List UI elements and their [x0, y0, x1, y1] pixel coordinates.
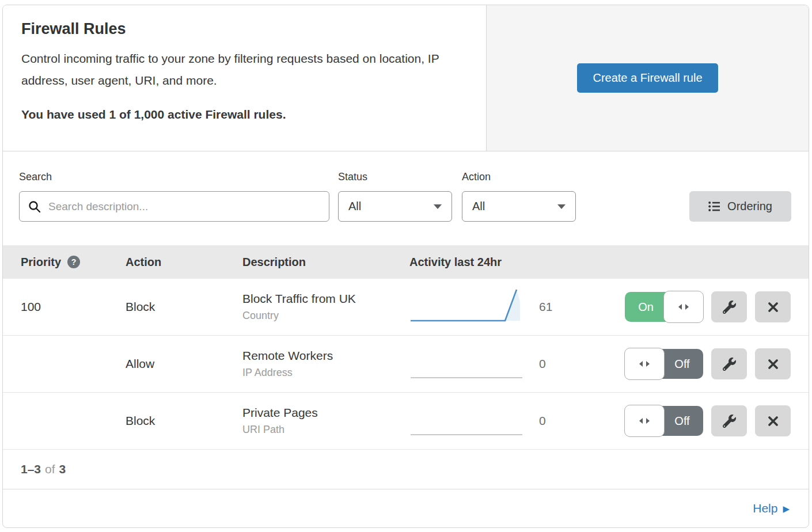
- search-icon: [28, 200, 41, 213]
- left-right-arrows-icon: [677, 302, 690, 312]
- left-right-arrows-icon: [638, 416, 651, 426]
- toggle-on-label: On: [625, 292, 667, 322]
- activity-sparkline: [409, 345, 533, 383]
- delete-rule-button[interactable]: [755, 348, 791, 379]
- list-icon: [708, 201, 720, 212]
- activity-count: 0: [533, 357, 624, 371]
- search-box: [19, 191, 329, 222]
- rule-match-type: IP Address: [242, 367, 409, 379]
- rule-action: Allow: [126, 357, 242, 371]
- right-triangle-icon: ▶: [783, 504, 790, 513]
- ordering-button-label: Ordering: [727, 200, 772, 213]
- pagination-bar: 1–3 of 3: [3, 450, 809, 489]
- activity-sparkline: [409, 402, 533, 440]
- help-link-label: Help: [753, 501, 777, 515]
- header-text-panel: Firewall Rules Control incoming traffic …: [3, 5, 487, 151]
- table-row: 100 Block Block Traffic from UK Country …: [3, 279, 809, 336]
- table-row: Allow Remote Workers IP Address 0 Off: [3, 336, 809, 393]
- toggle-off-label: Off: [661, 349, 703, 379]
- rule-enabled-toggle[interactable]: Off: [625, 406, 703, 436]
- toggle-knob: [663, 291, 704, 323]
- search-input[interactable]: [47, 200, 320, 214]
- activity-sparkline: [409, 288, 533, 326]
- column-action: Action: [126, 256, 242, 269]
- chevron-down-icon: [434, 204, 442, 209]
- close-icon: [768, 302, 779, 313]
- search-label: Search: [19, 171, 329, 183]
- close-icon: [768, 359, 779, 370]
- activity-count: 0: [533, 414, 624, 428]
- rule-description-cell: Block Traffic from UK Country: [242, 292, 409, 322]
- page-title: Firewall Rules: [21, 20, 468, 38]
- rule-controls: Off: [624, 348, 791, 379]
- pagination-of: of: [45, 462, 55, 476]
- search-group: Search: [19, 171, 329, 222]
- edit-rule-button[interactable]: [711, 405, 747, 436]
- chevron-down-icon: [557, 204, 566, 209]
- wrench-icon: [723, 301, 736, 314]
- toggle-knob: [624, 348, 665, 380]
- usage-summary: You have used 1 of 1,000 active Firewall…: [21, 108, 468, 121]
- rule-controls: Off: [624, 405, 791, 436]
- toggle-knob: [624, 405, 665, 437]
- action-group: Action All: [462, 171, 576, 222]
- rule-priority: 100: [21, 300, 126, 314]
- column-activity: Activity last 24hr: [409, 256, 791, 269]
- help-bar: Help ▶: [3, 489, 809, 527]
- delete-rule-button[interactable]: [755, 405, 791, 436]
- rule-description: Remote Workers: [242, 349, 409, 363]
- column-priority: Priority ?: [21, 256, 126, 269]
- rule-enabled-toggle[interactable]: Off: [625, 349, 703, 379]
- rule-enabled-toggle[interactable]: On: [625, 292, 703, 322]
- toggle-off-label: Off: [661, 406, 703, 436]
- rule-match-type: Country: [242, 310, 409, 322]
- rule-description: Block Traffic from UK: [242, 292, 409, 306]
- page-description: Control incoming traffic to your zone by…: [21, 48, 468, 92]
- priority-help-icon[interactable]: ?: [67, 256, 80, 268]
- rule-action: Block: [126, 414, 242, 428]
- priority-column-label: Priority: [21, 256, 61, 269]
- table-row: Block Private Pages URI Path 0 Off: [3, 393, 809, 450]
- rule-description-cell: Private Pages URI Path: [242, 406, 409, 436]
- header-action-panel: Create a Firewall rule: [487, 5, 809, 151]
- edit-rule-button[interactable]: [711, 291, 747, 322]
- column-description: Description: [242, 256, 409, 269]
- firewall-rules-card: Firewall Rules Control incoming traffic …: [2, 5, 809, 528]
- pagination-total: 3: [59, 462, 66, 476]
- help-link[interactable]: Help ▶: [753, 501, 790, 515]
- edit-rule-button[interactable]: [711, 348, 747, 379]
- status-select-value: All: [348, 200, 361, 213]
- rule-description: Private Pages: [242, 406, 409, 420]
- rule-controls: On: [624, 291, 791, 322]
- close-icon: [768, 416, 779, 427]
- wrench-icon: [723, 415, 736, 428]
- filter-bar: Search Status All Action All: [3, 151, 809, 245]
- create-firewall-rule-button[interactable]: Create a Firewall rule: [577, 63, 718, 93]
- rule-match-type: URI Path: [242, 424, 409, 436]
- status-label: Status: [338, 171, 452, 183]
- left-right-arrows-icon: [638, 359, 651, 369]
- status-group: Status All: [338, 171, 452, 222]
- pagination-range: 1–3: [21, 462, 41, 476]
- delete-rule-button[interactable]: [755, 291, 791, 322]
- rule-action: Block: [126, 300, 242, 314]
- rule-description-cell: Remote Workers IP Address: [242, 349, 409, 379]
- wrench-icon: [723, 358, 736, 371]
- ordering-button[interactable]: Ordering: [689, 191, 791, 222]
- activity-count: 61: [533, 300, 624, 314]
- header-section: Firewall Rules Control incoming traffic …: [3, 5, 809, 151]
- action-select[interactable]: All: [462, 191, 576, 222]
- table-header: Priority ? Action Description Activity l…: [3, 245, 809, 279]
- status-select[interactable]: All: [338, 191, 452, 222]
- action-select-value: All: [472, 200, 485, 213]
- action-label: Action: [462, 171, 576, 183]
